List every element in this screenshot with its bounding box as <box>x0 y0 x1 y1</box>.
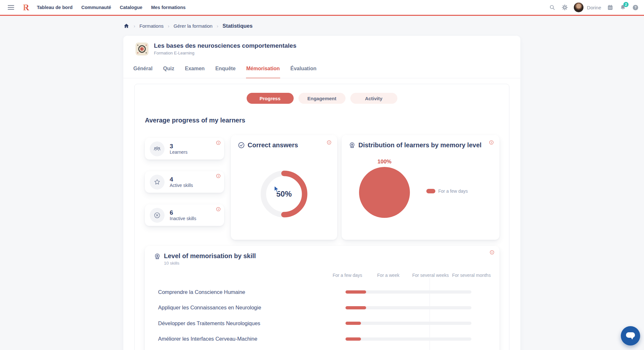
stat-value-learners: 3 <box>170 143 187 150</box>
skill-name: Comprendre la Conscience Humaine <box>158 289 245 295</box>
course-title: Les bases des neurosciences comportement… <box>154 42 296 49</box>
legend-swatch <box>426 189 435 193</box>
breadcrumb: › Formations › Gérer la formation › Stat… <box>123 16 252 36</box>
skill-name: Développer des Traitements Neurologiques <box>158 320 260 326</box>
pill-activity[interactable]: Activity <box>350 93 397 104</box>
skill-row: Développer des Traitements Neurologiques <box>145 316 499 331</box>
svg-text:?: ? <box>634 5 636 9</box>
user-avatar[interactable] <box>574 3 583 12</box>
correct-answers-donut: 50% <box>257 167 311 221</box>
stat-label-learners: Learners <box>170 150 187 155</box>
help-icon[interactable]: ? <box>632 4 639 11</box>
distribution-title: Distribution of learners by memory level <box>358 141 481 149</box>
nav-item-catalogue[interactable]: Catalogue <box>120 5 142 10</box>
tab-enquete[interactable]: Enquête <box>215 63 236 78</box>
memory-head-icon <box>154 253 161 266</box>
skill-bar-track <box>346 290 471 294</box>
stat-label-active-skills: Active skills <box>170 183 193 188</box>
skill-bar-track <box>346 322 471 325</box>
chat-button[interactable] <box>621 326 640 345</box>
skill-name: Améliorer les Interfaces Cerveau-Machine <box>158 336 257 342</box>
home-icon[interactable] <box>123 23 129 29</box>
stat-label-inactive-skills: Inactive skills <box>170 216 196 221</box>
course-tabs: Général Quiz Examen Enquête Mémorisation… <box>123 63 520 78</box>
chat-bubble-icon <box>621 326 640 345</box>
memorisation-skill-count: 10 skills <box>164 261 256 266</box>
view-switcher: Progress Engagement Activity <box>135 93 509 104</box>
breadcrumb-gerer-la-formation[interactable]: Gérer la formation <box>174 23 213 29</box>
stats-and-charts-row: 3 Learners <box>145 135 499 240</box>
tab-quiz[interactable]: Quiz <box>163 63 175 78</box>
pie-legend: For a few days <box>426 189 468 194</box>
info-icon[interactable] <box>489 140 494 145</box>
app-logo[interactable]: R <box>23 3 29 12</box>
skill-row: Améliorer les Interfaces Cerveau-Machine <box>145 331 499 347</box>
inactive-skills-icon <box>150 208 165 223</box>
tab-examen[interactable]: Examen <box>185 63 205 78</box>
memorisation-panel: Progress Engagement Activity Average pro… <box>134 84 509 350</box>
axis-label-few-days: For a few days <box>333 273 362 278</box>
check-circle-icon <box>238 142 245 149</box>
menu-icon[interactable] <box>8 5 14 10</box>
nav-item-communaute[interactable]: Communauté <box>81 5 111 10</box>
memorisation-by-skill-card: Level of memorisation by skill 10 skills… <box>145 246 499 350</box>
main-nav: Tableau de bord Communauté Catalogue Mes… <box>37 5 186 10</box>
tab-evaluation[interactable]: Évaluation <box>290 63 317 78</box>
user-name[interactable]: Dorine <box>587 5 601 10</box>
course-subtitle: Formation E-Learning <box>154 51 296 55</box>
correct-answers-card: Correct answers 50% <box>231 135 337 240</box>
learners-icon <box>150 141 165 156</box>
legend-label: For a few days <box>438 189 468 194</box>
stat-card-inactive-skills: 6 Inactive skills <box>145 204 224 226</box>
stat-card-active-skills: 4 Active skills <box>145 171 224 193</box>
notification-badge: 2 <box>623 2 629 7</box>
bell-icon[interactable]: 2 <box>619 4 626 11</box>
pill-progress[interactable]: Progress <box>247 93 294 104</box>
skill-bar-track <box>346 306 471 309</box>
info-icon[interactable] <box>490 250 494 255</box>
breadcrumb-separator: › <box>217 23 218 29</box>
stat-value-active-skills: 4 <box>170 176 193 183</box>
memorisation-title: Level of memorisation by skill <box>164 252 256 260</box>
section-heading: Average progress of my learners <box>145 117 509 124</box>
axis-label-several-weeks: For several weeks <box>412 273 449 278</box>
skill-bar-fill <box>346 306 366 309</box>
breadcrumb-separator: › <box>168 23 169 29</box>
breadcrumb-current: Statistiques <box>223 23 253 29</box>
breadcrumb-separator: › <box>134 23 135 29</box>
navbar: R Tableau de bord Communauté Catalogue M… <box>0 0 644 16</box>
axis-label-week: For a week <box>377 273 399 278</box>
nav-item-tableau-de-bord[interactable]: Tableau de bord <box>37 5 73 10</box>
stat-value-inactive-skills: 6 <box>170 209 196 216</box>
star-icon <box>150 175 165 190</box>
memory-head-icon <box>349 142 355 149</box>
axis-label-several-months: For several months <box>452 273 491 278</box>
memory-level-axis: For a few days For a week For several we… <box>346 273 471 278</box>
correct-answers-title: Correct answers <box>248 141 298 149</box>
skill-rows: Comprendre la Conscience Humaine Appliqu… <box>145 284 499 347</box>
tab-memorisation[interactable]: Mémorisation <box>246 63 280 78</box>
skill-bar-fill <box>346 337 361 341</box>
gear-icon[interactable] <box>561 4 568 11</box>
skill-bar-fill <box>346 290 366 294</box>
tab-general[interactable]: Général <box>133 63 153 78</box>
skill-row: Comprendre la Conscience Humaine <box>145 284 499 300</box>
info-icon[interactable] <box>216 207 221 211</box>
pill-engagement[interactable]: Engagement <box>298 93 346 104</box>
stat-cards-column: 3 Learners <box>145 135 224 240</box>
nav-item-mes-formations[interactable]: Mes formations <box>151 5 185 10</box>
skill-name: Appliquer les Connaissances en Neurologi… <box>158 305 261 311</box>
breadcrumb-formations[interactable]: Formations <box>139 23 164 29</box>
search-icon[interactable] <box>549 4 556 11</box>
course-header: Les bases des neurosciences comportement… <box>123 36 520 55</box>
info-icon[interactable] <box>327 140 331 145</box>
course-thumbnail <box>136 43 148 55</box>
distribution-card: Distribution of learners by memory level… <box>342 135 499 240</box>
skill-bar-track <box>346 337 471 341</box>
info-icon[interactable] <box>216 174 221 178</box>
info-icon[interactable] <box>216 141 221 145</box>
pie-value-label: 100% <box>377 159 391 165</box>
calendar-icon[interactable] <box>607 4 614 11</box>
main-content: Les bases des neurosciences comportement… <box>123 36 520 350</box>
donut-center-label: 50% <box>257 167 311 221</box>
